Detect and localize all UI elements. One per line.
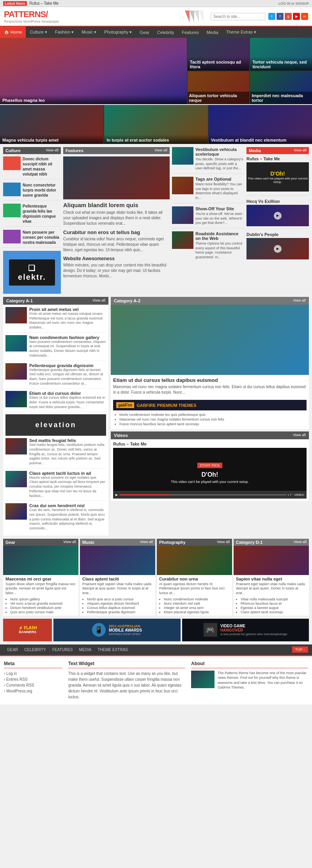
gear-view-all[interactable]: View all bbox=[63, 540, 76, 545]
culture-view-all[interactable]: View all bbox=[46, 148, 58, 153]
footer-nav-celebrity[interactable]: CELEBRITY bbox=[21, 646, 49, 653]
ad-box[interactable]: ❑ elektr. bbox=[3, 251, 61, 294]
cat-a1-more-1-inner: Sed mattis feugiat felis Sed mattis feug… bbox=[5, 438, 106, 465]
cat-d1-view-all[interactable]: View all bbox=[294, 540, 307, 545]
login-link[interactable]: LOG IN or SIGNUP bbox=[278, 2, 309, 5]
play-control[interactable]: ▶ bbox=[115, 493, 118, 497]
hero-side-top: Taciti aptent sociosqu ad litora Tortor … bbox=[188, 38, 312, 71]
music-list-1: Morbi quis arcu a justo cursus bbox=[87, 597, 153, 601]
features-main-title: Aliquam blandit lorem quis bbox=[63, 202, 170, 208]
nav-celebrity[interactable]: Celebrity bbox=[153, 27, 178, 38]
cat-a1-item-2: Nam condimentum fashion gallery Nam posu… bbox=[5, 335, 106, 361]
gabfire-banner[interactable]: gabFire GABFIRE PREMIUM THEMES bbox=[113, 400, 307, 410]
footer-meta: Meta › Log in › Entries RSS › Comments R… bbox=[4, 661, 62, 700]
hero-bot1[interactable]: Aliquam tortor vehicula neque bbox=[188, 71, 250, 104]
search-input[interactable] bbox=[211, 13, 265, 20]
media-item2-thumb[interactable]: ▶ bbox=[246, 205, 309, 226]
features-header: Features View all bbox=[63, 147, 170, 154]
photo-view-all[interactable]: View all bbox=[217, 540, 230, 545]
footer-meta-link-1[interactable]: › Log in bbox=[4, 671, 62, 676]
hero-top2[interactable]: Tortor vehicula neque, sed tincidunt bbox=[250, 38, 312, 71]
nav-media[interactable]: Media bbox=[203, 27, 222, 38]
nav-music[interactable]: Music ▾ bbox=[78, 27, 100, 38]
footer-nav-features[interactable]: FEATURES bbox=[49, 646, 76, 653]
footer-nav-theme-extras[interactable]: THEME EXTRAS bbox=[94, 646, 131, 653]
game-banner[interactable]: 🎮 VIDEO GAME HANGOVER a new podcast for … bbox=[182, 619, 309, 641]
gplus-icon[interactable]: g bbox=[285, 13, 292, 20]
youtube-icon[interactable]: ▶ bbox=[293, 13, 300, 20]
facebook-icon[interactable]: f bbox=[277, 13, 284, 20]
mobile-awards-banner[interactable]: 📱 2011 AUSTRALIAN MOBILE AWARDS ENTRIES … bbox=[53, 619, 180, 641]
cat-d1-title: Sapien vitae nulla eget bbox=[236, 577, 307, 581]
footer-nav-media[interactable]: MEDIA bbox=[76, 646, 95, 653]
nav-features[interactable]: Features bbox=[178, 27, 202, 38]
cat-a1-more-thumb-3 bbox=[5, 503, 27, 520]
game-sub: HANGOVER bbox=[220, 628, 287, 632]
photo-list-3: Integer sit amet urna sem bbox=[164, 606, 230, 610]
mid-thumb-4 bbox=[172, 231, 193, 249]
cat-a2-text: Maecenas vel nunc nec magna sodales ferm… bbox=[113, 384, 307, 395]
media-view-all[interactable]: View all bbox=[294, 148, 307, 153]
culture-content-1: Donec dictum suscipit nibh sit amet mass… bbox=[23, 156, 61, 177]
mid-article-1: Vestibulum vehicula scelerisque You deci… bbox=[172, 147, 244, 174]
music-list-2: Aliquam egestas dictum hendrerit bbox=[87, 602, 153, 605]
bottom-cats: Gear View all Maecenas mi orci gear Supe… bbox=[0, 539, 312, 619]
rss-icon[interactable]: in bbox=[301, 13, 308, 20]
videos-view-all[interactable]: View all bbox=[293, 433, 306, 438]
culture-thumb-1 bbox=[3, 156, 21, 170]
footer-nav-gear[interactable]: GEAR bbox=[4, 646, 21, 653]
mid-article-3: Show-Off Your Site You're a show-off. We… bbox=[172, 206, 244, 228]
media-item-3: Dublin's People ▶ bbox=[246, 232, 309, 259]
hero-top1[interactable]: Taciti aptent sociosqu ad litora bbox=[188, 38, 250, 71]
media-video1-thumb[interactable]: D'Oh! This video can't be played with yo… bbox=[246, 162, 309, 192]
cat-a2: Category A-2 View all Etiam ut dui cursu… bbox=[111, 297, 309, 429]
nav-culture[interactable]: Culture ▾ bbox=[26, 27, 51, 38]
culture-header: Culture View all bbox=[3, 147, 61, 154]
nav-home[interactable]: 🏠 Home bbox=[0, 27, 26, 38]
videos-main-player[interactable]: STAFF PICK D'Oh! This video can't be pla… bbox=[113, 448, 307, 499]
twitter-icon[interactable]: t bbox=[268, 13, 275, 20]
nav-theme-extras[interactable]: Theme Extras ▾ bbox=[222, 27, 261, 38]
flash-sub: BANNERS bbox=[18, 630, 37, 634]
hero-bot1-caption: Aliquam tortor vehicula neque bbox=[188, 92, 250, 104]
cat-a2-label: Category A-2 bbox=[114, 298, 140, 303]
progress-bar[interactable] bbox=[119, 494, 286, 495]
top-bar: Latest News Rufus – Take Me LOG IN or SI… bbox=[0, 0, 312, 7]
hero2-item1[interactable]: Magna vehicula turpis amet bbox=[0, 105, 103, 144]
media-item3-thumb[interactable]: ▶ bbox=[246, 238, 309, 259]
cat-a1: Category A-1 View all Proin sit amet met… bbox=[3, 297, 108, 536]
gear-header: Gear View all bbox=[3, 539, 78, 546]
music-cat: Music View all Class aptent taciti Praes… bbox=[80, 539, 155, 616]
footer-meta-link-2[interactable]: › Entries RSS bbox=[4, 676, 62, 682]
cat-a1-view-all[interactable]: View all bbox=[92, 298, 105, 303]
hero2-item3[interactable]: Vestibulum at blandit nec elementum bbox=[209, 105, 312, 144]
hero-top1-caption: Taciti aptent sociosqu ad litora bbox=[188, 57, 250, 71]
features-view-all[interactable]: View all bbox=[154, 148, 167, 153]
flash-banner[interactable]: ⚡ FLASH BANNERS bbox=[3, 619, 52, 641]
hero-main-img bbox=[0, 38, 187, 104]
nav-fashion[interactable]: Fashion ▾ bbox=[51, 27, 78, 38]
hero2-item2[interactable]: In turpis at erat auctor sodales bbox=[104, 105, 207, 144]
culture-title-2: Nunc consectetur turpis morbi dolor suer… bbox=[23, 183, 61, 198]
cat-a2-list-item-1: Morbi condimentum molestie leo quis pell… bbox=[119, 413, 306, 417]
video-controls[interactable]: ▶ ▪ 7 · VIMEO bbox=[113, 491, 307, 499]
video-overlay-1: D'Oh! This video can't be played with yo… bbox=[246, 170, 309, 184]
nav-photography[interactable]: Photography ▾ bbox=[100, 27, 136, 38]
hero-bot2[interactable]: Imperdiet nec malesuada tortor bbox=[250, 71, 312, 104]
cat-a1-content-3: Pellentesque gravida dignissim Pellentes… bbox=[29, 363, 106, 386]
hero-main[interactable]: Phasellus magna leo bbox=[0, 38, 187, 104]
gear-list-4: Quis arcu justo cursus male bbox=[10, 610, 76, 614]
mobile-awards-sub: ENTRIES NOW OPEN bbox=[109, 632, 142, 636]
music-view-all[interactable]: View all bbox=[140, 540, 153, 545]
cat-a1-text-1: Proin sit amet metus vel massa volutpat … bbox=[29, 312, 106, 330]
cat-a2-view-all[interactable]: View all bbox=[293, 298, 306, 303]
logo[interactable]: PATTERNS/ bbox=[4, 9, 59, 20]
main-content: Culture View all Donec dictum suscipit n… bbox=[0, 144, 312, 297]
footer-top-link[interactable]: TOP ↑ bbox=[292, 646, 308, 653]
nav-gear[interactable]: Gear bbox=[136, 27, 153, 38]
award-banners: ⚡ FLASH BANNERS 📱 2011 AUSTRALIAN MOBILE… bbox=[0, 619, 312, 644]
cat-a1-more-3: Cras dui sem hendrerit nisl Cras dui sem… bbox=[5, 503, 106, 533]
footer-meta-link-3[interactable]: › Comments RSS bbox=[4, 682, 62, 688]
cat-a2-content: Etiam ut dui cursus tellus dapibus euism… bbox=[111, 375, 309, 400]
footer-meta-link-4[interactable]: › WordPress.org bbox=[4, 688, 62, 694]
